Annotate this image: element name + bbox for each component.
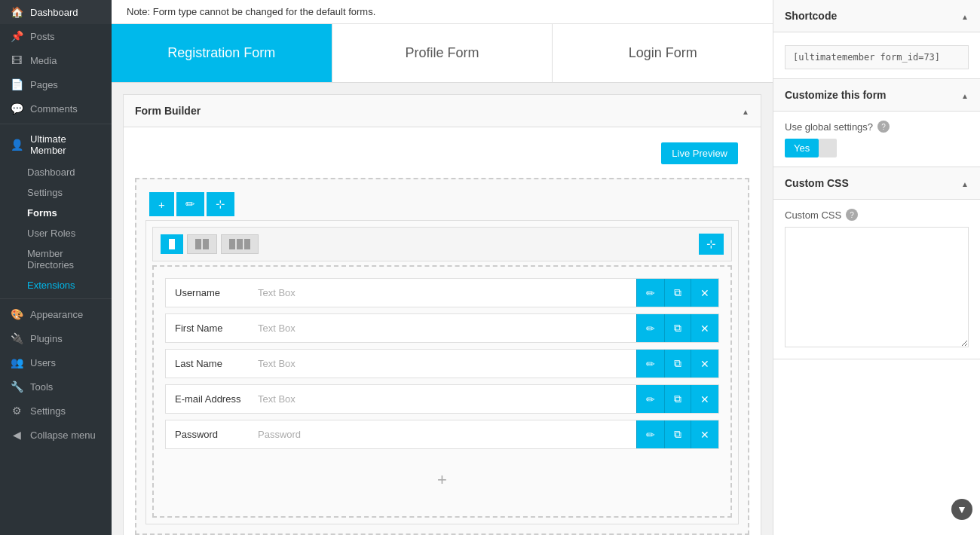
tab-registration[interactable]: Registration Form: [112, 24, 332, 82]
edit-row-button[interactable]: ✏: [176, 192, 204, 216]
copy-username-button[interactable]: ⧉: [664, 279, 691, 307]
appearance-icon: 🎨: [9, 308, 24, 320]
tab-profile[interactable]: Profile Form: [332, 24, 553, 82]
custom-css-textarea[interactable]: [785, 227, 969, 347]
live-preview-button[interactable]: Live Preview: [661, 142, 738, 164]
field-email-actions: ✏ ⧉ ✕: [636, 385, 718, 413]
field-username-label: Username: [175, 287, 250, 298]
use-global-row: Use global settings? ?: [785, 121, 969, 133]
delete-lastname-button[interactable]: ✕: [691, 350, 718, 378]
row-selector: ⊹: [152, 227, 732, 261]
custom-css-section: Custom CSS Custom CSS ?: [773, 167, 980, 359]
move-row-button[interactable]: ⊹: [207, 192, 234, 216]
one-col-button[interactable]: [161, 234, 183, 254]
add-row-button[interactable]: +: [149, 192, 174, 216]
shortcode-value[interactable]: [ultimatemember form_id=73]: [785, 45, 969, 69]
sidebar-item-label: Comments: [30, 103, 78, 115]
custom-css-help-icon[interactable]: ?: [846, 209, 858, 221]
sidebar-item-users[interactable]: 👥 Users: [0, 350, 112, 374]
copy-password-button[interactable]: ⧉: [664, 420, 691, 448]
sidebar-sub-userroles[interactable]: User Roles: [0, 223, 112, 243]
edit-email-button[interactable]: ✏: [636, 385, 664, 413]
content-area: Note: Form type cannot be changed for th…: [112, 0, 773, 535]
notice-bar: Note: Form type cannot be changed for th…: [112, 0, 773, 24]
sidebar-item-label: Pages: [30, 79, 58, 90]
sidebar-divider2: [0, 298, 112, 299]
delete-email-button[interactable]: ✕: [691, 385, 718, 413]
col-bar-2a: [195, 239, 201, 249]
form-builder-header: Form Builder: [124, 95, 761, 127]
help-icon[interactable]: ?: [877, 121, 890, 133]
customize-collapse-btn[interactable]: [961, 88, 969, 102]
collapse-up-icon2: [961, 88, 969, 101]
shortcode-header: Shortcode: [773, 0, 980, 32]
copy-lastname-button[interactable]: ⧉: [664, 350, 691, 378]
sidebar-sub-memberdirs[interactable]: Member Directories: [0, 243, 112, 275]
sidebar-item-settings[interactable]: ⚙ Settings: [0, 399, 112, 423]
table-row: E-mail Address Text Box ✏ ⧉ ✕: [165, 384, 719, 414]
form-builder-collapse-btn[interactable]: [742, 104, 749, 118]
two-col-button[interactable]: [187, 234, 217, 254]
copy-email-button[interactable]: ⧉: [664, 385, 691, 413]
comments-icon: 💬: [9, 102, 24, 115]
delete-password-button[interactable]: ✕: [691, 420, 718, 448]
edit-password-button[interactable]: ✏: [636, 420, 664, 448]
sidebar-sub-settings[interactable]: Settings: [0, 182, 112, 203]
sidebar-item-comments[interactable]: 💬 Comments: [0, 96, 112, 121]
custom-css-title: Custom CSS: [785, 177, 849, 189]
sidebar-item-pages[interactable]: 📄 Pages: [0, 72, 112, 96]
sidebar-item-media[interactable]: 🎞 Media: [0, 48, 112, 72]
col-selector-group: [161, 234, 259, 254]
table-row: Username Text Box ✏ ⧉ ✕: [165, 278, 719, 307]
posts-icon: 📌: [9, 30, 24, 42]
edit-firstname-button[interactable]: ✏: [636, 314, 664, 342]
no-button[interactable]: [819, 139, 837, 157]
shortcode-collapse-btn[interactable]: [961, 9, 969, 23]
sidebar-item-label: Dashboard: [30, 7, 78, 18]
customize-form-body: Use global settings? ? Yes: [773, 112, 980, 167]
sidebar-item-collapse[interactable]: ◀ Collapse menu: [0, 423, 112, 447]
yes-no-group: Yes: [785, 139, 969, 157]
collapse-up-icon3: [961, 176, 969, 189]
right-panel: Shortcode [ultimatemember form_id=73] Cu…: [773, 0, 980, 535]
sidebar-sub-dashboard[interactable]: Dashboard: [0, 162, 112, 182]
form-builder-section: Form Builder Live Preview: [123, 94, 761, 535]
users-icon: 👥: [9, 356, 24, 368]
sidebar-item-appearance[interactable]: 🎨 Appearance: [0, 302, 112, 326]
media-icon: 🎞: [9, 54, 24, 66]
form-fields-area: Username Text Box ✏ ⧉ ✕: [152, 265, 732, 518]
field-username-info: Username Text Box: [166, 280, 636, 306]
add-field-button[interactable]: +: [437, 470, 447, 490]
sidebar-item-posts[interactable]: 📌 Posts: [0, 24, 112, 48]
sidebar-item-tools[interactable]: 🔧 Tools: [0, 374, 112, 399]
form-tabs: Registration Form Profile Form Login For…: [112, 24, 773, 83]
three-col-button[interactable]: [221, 234, 259, 254]
move-row-handle[interactable]: ⊹: [699, 234, 724, 255]
sidebar-item-label: Posts: [30, 31, 55, 42]
customize-form-section: Customize this form Use global settings?…: [773, 79, 980, 167]
copy-firstname-button[interactable]: ⧉: [664, 314, 691, 342]
sidebar-item-plugins[interactable]: 🔌 Plugins: [0, 326, 112, 350]
customize-form-header: Customize this form: [773, 79, 980, 112]
field-email-type: Text Box: [258, 393, 296, 405]
field-firstname-actions: ✏ ⧉ ✕: [636, 314, 718, 342]
field-password-label: Password: [175, 429, 250, 440]
sidebar-sub-forms[interactable]: Forms: [0, 203, 112, 223]
sidebar-item-ultimatemember[interactable]: 👤 Ultimate Member: [0, 127, 112, 162]
sidebar-item-dashboard[interactable]: 🏠 Dashboard: [0, 0, 112, 24]
delete-firstname-button[interactable]: ✕: [691, 314, 718, 342]
custom-css-collapse-btn[interactable]: [961, 176, 969, 190]
shortcode-title: Shortcode: [785, 10, 837, 22]
settings-icon: ⚙: [9, 405, 24, 417]
edit-username-button[interactable]: ✏: [636, 279, 664, 307]
tab-login[interactable]: Login Form: [553, 24, 773, 82]
table-row: Last Name Text Box ✏ ⧉ ✕: [165, 349, 719, 378]
yes-button[interactable]: Yes: [785, 139, 819, 157]
col-bar-1: [169, 239, 175, 249]
sidebar-sub-extensions[interactable]: Extensions: [0, 275, 112, 295]
delete-username-button[interactable]: ✕: [691, 279, 718, 307]
custom-css-label: Custom CSS: [785, 209, 841, 221]
sidebar-item-label: Users: [30, 357, 56, 368]
edit-lastname-button[interactable]: ✏: [636, 350, 664, 378]
scroll-down-button[interactable]: ▼: [951, 499, 972, 520]
